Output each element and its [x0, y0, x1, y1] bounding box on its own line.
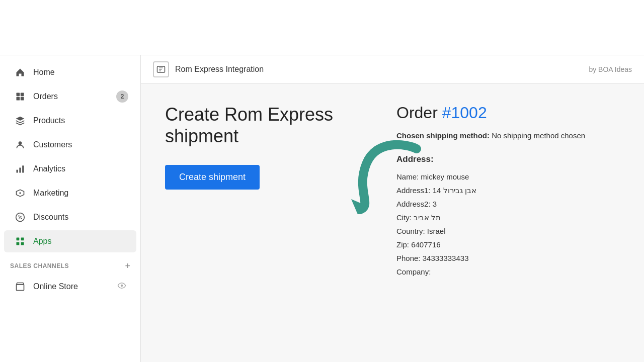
svg-point-10 [18, 215, 20, 217]
svg-rect-0 [17, 93, 20, 97]
customers-icon [14, 139, 26, 151]
apps-icon [14, 235, 26, 247]
svg-rect-1 [17, 97, 20, 101]
order-title: Order #1002 [396, 104, 620, 122]
svg-point-11 [21, 218, 22, 219]
left-panel: Create Rom Express shipment Create shipm… [165, 104, 356, 342]
shipping-method: Chosen shipping method: No shipping meth… [396, 130, 620, 142]
app-header-byline: by BOA Ideas [589, 65, 632, 73]
address-zip: Zip: 6407716 [396, 238, 620, 251]
address-line2: Address2: 3 [396, 197, 620, 211]
svg-rect-13 [21, 238, 24, 241]
store-icon [14, 281, 26, 293]
sidebar-item-orders[interactable]: Orders 2 [4, 85, 136, 108]
address-company: Company: [396, 265, 620, 279]
sales-channels-label: SALES CHANNELS [10, 262, 69, 269]
svg-rect-12 [17, 238, 20, 241]
arrow-decoration [326, 134, 427, 214]
discounts-icon [14, 211, 26, 223]
home-icon [14, 66, 26, 78]
main-area: Home Orders 2 [0, 55, 644, 362]
main-content: Create Rom Express shipment Create shipm… [141, 83, 644, 362]
products-icon [14, 115, 26, 127]
app-header-title: Rom Express Integration [175, 65, 264, 74]
svg-rect-3 [21, 97, 24, 101]
sidebar-item-online-store[interactable]: Online Store [4, 276, 136, 298]
sidebar-item-analytics-label: Analytics [33, 164, 65, 173]
sidebar-item-orders-label: Orders [33, 92, 58, 101]
sidebar-item-discounts[interactable]: Discounts [4, 206, 136, 228]
address-city: City: תל אביב [396, 211, 620, 224]
svg-rect-14 [17, 242, 20, 245]
marketing-icon [14, 187, 26, 199]
svg-rect-5 [17, 170, 18, 173]
sidebar-item-marketing-label: Marketing [33, 189, 68, 198]
sidebar-item-discounts-label: Discounts [33, 213, 68, 222]
sidebar-item-apps[interactable]: Apps [4, 230, 136, 252]
svg-rect-16 [17, 285, 24, 291]
svg-point-17 [121, 285, 123, 287]
sidebar-item-home-label: Home [33, 68, 55, 77]
online-store-label: Online Store [33, 282, 78, 291]
right-panel: Order #1002 Chosen shipping method: No s… [396, 104, 620, 342]
sidebar-item-customers[interactable]: Customers [4, 134, 136, 156]
eye-icon[interactable] [117, 281, 126, 292]
sidebar-item-marketing[interactable]: Marketing [4, 182, 136, 204]
app-header-left: Rom Express Integration [153, 61, 264, 77]
sales-channels-header: SALES CHANNELS + [0, 253, 140, 275]
orders-icon [14, 90, 26, 103]
svg-point-8 [19, 192, 21, 194]
sidebar-item-analytics[interactable]: Analytics [4, 158, 136, 180]
create-shipment-button[interactable]: Create shipment [165, 165, 260, 190]
address-country: Country: Israel [396, 224, 620, 238]
sidebar-item-products-label: Products [33, 116, 65, 125]
analytics-icon [14, 163, 26, 175]
shipping-method-value: No shipping method chosen [492, 131, 585, 140]
orders-badge: 2 [116, 90, 128, 103]
add-sales-channel-button[interactable]: + [125, 261, 130, 270]
address-phone: Phone: 34333333433 [396, 251, 620, 265]
address-section: Address: Name: mickey mouse Address1: אב… [396, 152, 620, 279]
svg-rect-15 [21, 242, 24, 245]
svg-rect-7 [22, 165, 24, 172]
sidebar-item-products[interactable]: Products [4, 110, 136, 132]
sidebar: Home Orders 2 [0, 55, 141, 362]
rom-express-icon [153, 61, 169, 77]
sidebar-item-apps-label: Apps [33, 237, 51, 246]
order-number: #1002 [442, 104, 487, 122]
address-name: Name: mickey mouse [396, 170, 620, 184]
svg-rect-6 [19, 168, 21, 173]
top-bar [0, 0, 644, 55]
sidebar-item-home[interactable]: Home [4, 61, 136, 83]
content-area: Rom Express Integration by BOA Ideas Cre… [141, 55, 644, 362]
sidebar-item-customers-label: Customers [33, 140, 72, 149]
online-store-left: Online Store [14, 281, 78, 293]
svg-rect-2 [21, 93, 24, 97]
order-label: Order [396, 104, 442, 122]
address-line1: Address1: אבן גבירול 14 [396, 184, 620, 197]
svg-point-4 [19, 141, 22, 145]
app-header: Rom Express Integration by BOA Ideas [141, 55, 644, 83]
address-label: Address: [396, 152, 620, 167]
